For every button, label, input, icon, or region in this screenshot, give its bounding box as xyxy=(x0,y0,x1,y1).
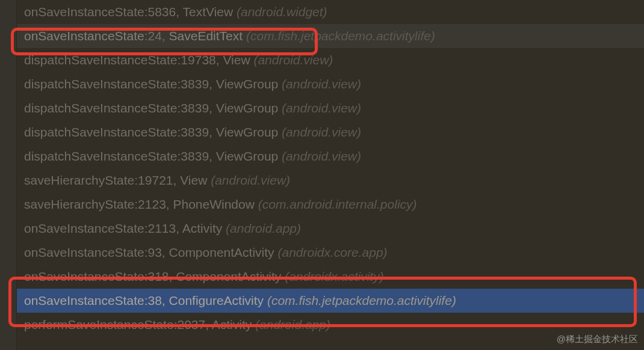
frame-class: Activity xyxy=(182,221,223,235)
frame-package: (android.widget) xyxy=(237,5,327,19)
stack-frame[interactable]: performSaveInstanceState:2037, Activity … xyxy=(17,313,644,337)
frame-line: 93 xyxy=(148,245,162,259)
frame-package: (android.view) xyxy=(282,125,361,139)
frame-class: ViewGroup xyxy=(216,149,279,163)
frame-method: saveHierarchyState xyxy=(24,197,134,211)
frame-package: (androidx.activity) xyxy=(285,269,384,283)
frame-package: (android.view) xyxy=(282,149,361,163)
frame-package: (com.android.internal.policy) xyxy=(258,197,417,211)
stack-frame[interactable]: dispatchSaveInstanceState:19738, View (a… xyxy=(17,48,644,72)
stack-frame[interactable]: saveHierarchyState:2123, PhoneWindow (co… xyxy=(17,192,644,216)
stack-frame[interactable]: dispatchSaveInstanceState:3839, ViewGrou… xyxy=(17,120,644,144)
watermark: @稀土掘金技术社区 xyxy=(557,334,638,345)
frame-class: ConfigureActivity xyxy=(169,293,264,307)
stack-frame[interactable]: onSaveInstanceState:93, ComponentActivit… xyxy=(17,241,644,265)
frame-method: onSaveInstanceState xyxy=(24,293,144,307)
frame-method: dispatchSaveInstanceState xyxy=(24,101,178,115)
frame-line: 3839 xyxy=(181,101,209,115)
frame-class: View xyxy=(223,53,250,67)
frame-package: (com.fish.jetpackdemo.activitylife) xyxy=(246,29,435,43)
frame-class: ComponentActivity xyxy=(176,269,281,283)
frame-line: 2113 xyxy=(148,221,176,235)
frame-package: (android.view) xyxy=(253,53,333,67)
frame-package: (android.view) xyxy=(282,77,361,91)
frame-method: dispatchSaveInstanceState xyxy=(24,149,178,163)
frame-class: ViewGroup xyxy=(216,125,279,139)
frame-class: View xyxy=(180,173,207,187)
frame-line: 318 xyxy=(148,269,169,283)
frame-package: (android.app) xyxy=(226,221,301,235)
stack-frame[interactable]: onSaveInstanceState:38, ConfigureActivit… xyxy=(17,289,644,313)
frame-line: 2037 xyxy=(177,318,205,331)
stack-frame[interactable]: onSaveInstanceState:5836, TextView (andr… xyxy=(17,0,644,24)
frame-class: Activity xyxy=(212,318,252,331)
frame-package: (android.app) xyxy=(255,318,330,331)
stack-frame[interactable]: onSaveInstanceState:24, SaveEditText (co… xyxy=(17,24,644,48)
frame-line: 5836 xyxy=(148,5,176,19)
frame-line: 19721 xyxy=(138,173,173,187)
stack-frame[interactable]: onSaveInstanceState:318, ComponentActivi… xyxy=(17,265,644,289)
frame-class: SaveEditText xyxy=(169,29,243,43)
frame-line: 38 xyxy=(148,293,162,307)
frame-method: onSaveInstanceState xyxy=(24,29,144,43)
frame-package: (com.fish.jetpackdemo.activitylife) xyxy=(267,293,456,307)
stack-frame[interactable]: saveHierarchyState:19721, View (android.… xyxy=(17,168,644,192)
stack-frame[interactable]: dispatchSaveInstanceState:3839, ViewGrou… xyxy=(17,144,644,168)
frame-package: (androidx.core.app) xyxy=(277,245,387,259)
frame-class: TextView xyxy=(183,5,234,19)
frame-method: performSaveInstanceState xyxy=(24,318,174,331)
frame-class: ViewGroup xyxy=(216,101,279,115)
frame-package: (android.view) xyxy=(211,173,290,187)
stack-frame[interactable]: dispatchSaveInstanceState:3839, ViewGrou… xyxy=(17,72,644,96)
frame-line: 24 xyxy=(148,29,162,43)
frame-line: 3839 xyxy=(181,149,209,163)
frame-method: dispatchSaveInstanceState xyxy=(24,77,178,91)
frame-class: ViewGroup xyxy=(216,77,279,91)
frame-method: onSaveInstanceState xyxy=(24,245,144,259)
frame-method: onSaveInstanceState xyxy=(24,5,144,19)
frame-line: 2123 xyxy=(138,197,166,211)
frame-method: onSaveInstanceState xyxy=(24,269,144,283)
stack-frame-list: onSaveInstanceState:5836, TextView (andr… xyxy=(17,0,644,337)
stack-frame[interactable]: dispatchSaveInstanceState:3839, ViewGrou… xyxy=(17,96,644,120)
frame-line: 3839 xyxy=(181,77,209,91)
frame-method: dispatchSaveInstanceState xyxy=(24,53,178,67)
frame-method: dispatchSaveInstanceState xyxy=(24,125,178,139)
frame-line: 3839 xyxy=(181,125,209,139)
frame-class: ComponentActivity xyxy=(169,245,274,259)
frame-method: saveHierarchyState xyxy=(24,173,134,187)
frame-package: (android.view) xyxy=(282,101,361,115)
gutter xyxy=(0,0,17,350)
frame-class: PhoneWindow xyxy=(173,197,254,211)
frame-line: 19738 xyxy=(181,53,215,67)
stack-frame[interactable]: onSaveInstanceState:2113, Activity (andr… xyxy=(17,216,644,241)
frame-method: onSaveInstanceState xyxy=(24,221,144,235)
